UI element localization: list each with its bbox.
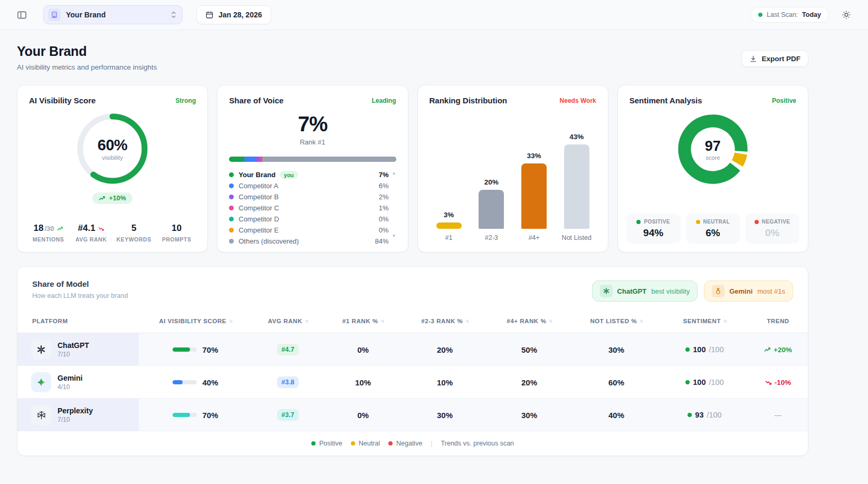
table-header-row: PLATFORM AI VISIBILITY SCORE↑↓ AVG RANK↑…	[17, 309, 808, 333]
score-progress-bar	[173, 347, 197, 352]
ranking-bar-chart: 3% #1 20% #2-3 33% #4+ 43% Not L	[434, 133, 592, 241]
sentiment-analysis-card: Sentiment Analysis Positive 97 score	[617, 85, 808, 253]
column-header-not-listed[interactable]: NOT LISTED %↑↓	[571, 318, 661, 324]
visibility-score-card: AI Visibility Score Strong 60% visibilit…	[17, 85, 208, 253]
avg-rank-pill: #3.8	[277, 376, 298, 388]
stat-mentions: 18/30 MENTIONS	[27, 223, 70, 243]
share-of-voice-card: Share of Voice Leading 7% Rank #1 ▲ ▼ Yo…	[217, 85, 408, 253]
legend-dot-icon	[755, 220, 759, 224]
ranking-distribution-card: Ranking Distribution Needs Work 3% #1 20…	[417, 85, 608, 253]
last-scan-label: Last Scan:	[767, 11, 798, 18]
scroll-up-icon[interactable]: ▲	[392, 171, 396, 176]
column-header-avg-rank[interactable]: AVG RANK↑↓	[252, 318, 323, 324]
last-scan-badge: Last Scan: Today	[750, 7, 829, 23]
table-row-gemini[interactable]: Gemini 4/10 40% #3.8 10% 10% 20% 60% 100…	[17, 366, 808, 399]
bar-not-listed: 43% Not Listed	[561, 133, 592, 241]
table-row-perplexity[interactable]: Perplexity 7/10 70% #3.7 0% 30% 30% 40% …	[17, 399, 808, 431]
brand-selector[interactable]: Your Brand	[43, 5, 183, 24]
legend-neutral: Neutral	[351, 440, 380, 447]
card-title: AI Visibility Score	[29, 96, 96, 105]
legend-dot-icon	[229, 228, 234, 233]
sov-row: Competitor C 1%	[229, 202, 396, 214]
sentiment-positive-stat: POSITIVE 94%	[626, 214, 681, 244]
sort-icon: ↑↓	[723, 318, 727, 324]
sentiment-dot-icon	[688, 413, 692, 417]
trend-up-icon	[57, 227, 63, 231]
avg-rank-pill: #4.7	[277, 344, 298, 355]
sov-row: Competitor B 2%	[229, 191, 396, 202]
score-progress-bar	[173, 413, 197, 417]
visibility-score-value: 60%	[98, 137, 128, 154]
section-subtitle: How each LLM treats your brand	[32, 292, 128, 299]
legend-dot-icon	[636, 220, 641, 224]
date-picker-value: Jan 28, 2026	[218, 11, 262, 19]
column-header-visibility-score[interactable]: AI VISIBILITY SCORE↑↓	[139, 318, 252, 324]
legend-dot-icon	[229, 217, 234, 221]
you-badge: you	[280, 171, 298, 179]
sov-row: Your Brand you 7%	[229, 169, 396, 180]
page-title: Your Brand	[17, 44, 157, 59]
visibility-delta-badge: +10%	[92, 192, 132, 204]
sentiment-dot-icon	[685, 380, 690, 384]
status-badge: Needs Work	[560, 97, 596, 104]
chatgpt-icon	[31, 340, 51, 360]
sort-icon: ↑↓	[381, 318, 384, 324]
stat-prompts: 10 PROMPTS	[155, 223, 198, 243]
bar-rank-1: 3% #1	[434, 211, 464, 241]
visibility-score-label: visibility	[102, 154, 123, 161]
sov-value: 7%	[229, 112, 396, 136]
legend-dot-icon	[229, 172, 234, 177]
scroll-down-icon[interactable]: ▼	[392, 234, 396, 238]
sov-row: Competitor A 6%	[229, 180, 396, 191]
sov-row: Competitor E 0%	[229, 225, 396, 236]
page-subtitle: AI visibility metrics and performance in…	[17, 63, 157, 71]
status-badge: Positive	[772, 97, 796, 104]
trend-down-icon	[98, 227, 104, 231]
gemini-icon	[31, 372, 51, 392]
column-header-sentiment[interactable]: SENTIMENT↑↓	[661, 318, 748, 324]
status-badge: Strong	[176, 97, 196, 104]
export-pdf-button[interactable]: Export PDF	[741, 50, 808, 67]
avg-rank-pill: #3.7	[277, 409, 298, 421]
sidebar-toggle-button[interactable]	[14, 7, 30, 23]
sentiment-neutral-stat: NEUTRAL 6%	[686, 214, 740, 244]
sort-icon: ↑↓	[640, 318, 643, 324]
legend-dot-icon	[696, 220, 700, 224]
legend-dot-icon	[229, 239, 234, 244]
sentiment-dot-icon	[685, 347, 690, 352]
score-progress-bar	[173, 380, 197, 384]
card-title: Share of Voice	[229, 96, 283, 105]
sentiment-score-label: score	[705, 154, 720, 161]
stat-avg-rank: #4.1 AVG RANK	[70, 223, 112, 243]
date-picker-button[interactable]: Jan 28, 2026	[196, 5, 271, 24]
table-row-chatgpt[interactable]: ChatGPT 7/10 70% #4.7 0% 20% 50% 30% 100…	[17, 333, 808, 366]
trend-down-icon	[765, 380, 772, 385]
column-header-rank23[interactable]: #2-3 RANK %↑↓	[403, 318, 487, 324]
sort-icon: ↑↓	[229, 318, 232, 324]
column-header-rank4plus[interactable]: #4+ RANK %↑↓	[487, 318, 571, 324]
sov-rank: Rank #1	[229, 138, 396, 146]
calendar-icon	[205, 11, 214, 19]
last-scan-value: Today	[802, 11, 821, 18]
table-footer-legend: Positive Neutral Negative | Trends vs. p…	[17, 431, 808, 456]
legend-dot-icon	[351, 441, 355, 446]
theme-toggle-button[interactable]	[838, 7, 854, 23]
brand-selector-value: Your Brand	[66, 11, 165, 19]
bar-rank-2-3: 20% #2-3	[476, 178, 507, 241]
legend-note: Trends vs. previous scan	[441, 440, 514, 447]
legend-dot-icon	[388, 441, 393, 446]
sentiment-score-value: 97	[705, 138, 721, 154]
sov-row: Others (discovered) 84%	[229, 236, 396, 247]
chatgpt-icon	[600, 285, 613, 297]
legend-positive: Positive	[311, 440, 342, 447]
stat-keywords: 5 KEYWORDS	[112, 223, 155, 243]
section-title: Share of Model	[32, 279, 128, 288]
column-header-rank1[interactable]: #1 RANK %↑↓	[323, 318, 403, 324]
share-of-model-card: Share of Model How each LLM treats your …	[17, 266, 808, 456]
sentiment-negative-stat: NEGATIVE 0%	[745, 214, 799, 244]
visibility-donut-chart: 60% visibility	[74, 110, 151, 187]
legend-dot-icon	[229, 206, 234, 210]
legend-dot-icon	[229, 195, 234, 199]
building-icon	[48, 8, 61, 21]
sort-icon: ↑↓	[549, 318, 552, 324]
